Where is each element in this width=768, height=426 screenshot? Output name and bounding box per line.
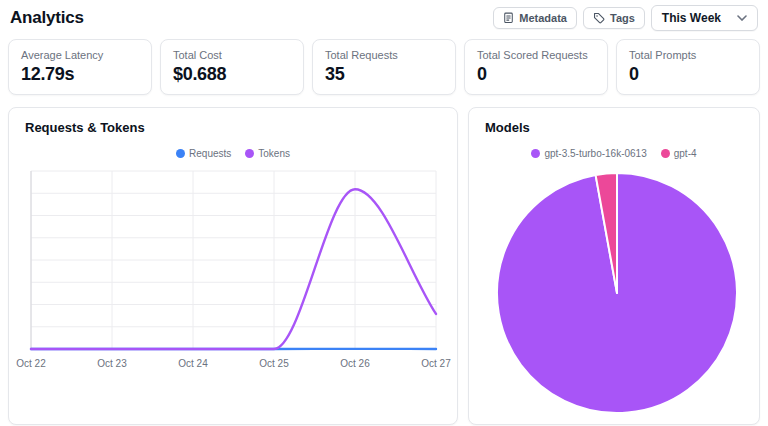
page-title: Analytics — [10, 8, 84, 28]
legend-dot — [661, 149, 670, 158]
x-axis-tick-label: Oct 24 — [178, 358, 208, 369]
requests-tokens-panel: Requests & Tokens RequestsTokens Oct 22O… — [8, 107, 458, 425]
stat-value: 12.79s — [21, 64, 139, 85]
x-axis-tick-label: Oct 27 — [421, 358, 451, 369]
legend-dot — [176, 149, 185, 158]
charts-row: Requests & Tokens RequestsTokens Oct 22O… — [8, 107, 760, 425]
tag-icon — [593, 12, 605, 24]
models-pie-chart — [479, 165, 749, 417]
time-range-value: This Week — [662, 11, 721, 25]
page-header: Analytics Metadata Tags — [10, 5, 758, 31]
models-panel: Models gpt-3.5-turbo-16k-0613gpt-4 — [468, 107, 760, 425]
stat-label: Total Scored Requests — [477, 49, 595, 61]
stats-row: Average Latency 12.79s Total Cost $0.688… — [8, 39, 760, 95]
legend-item: Requests — [176, 148, 231, 159]
legend-item: gpt-3.5-turbo-16k-0613 — [531, 148, 646, 159]
stat-label: Total Cost — [173, 49, 291, 61]
metadata-button-label: Metadata — [519, 12, 567, 24]
stat-card-total-requests: Total Requests 35 — [312, 39, 456, 95]
stat-value: 0 — [477, 64, 595, 85]
x-axis-tick-label: Oct 26 — [340, 358, 370, 369]
x-axis-tick-label: Oct 25 — [259, 358, 289, 369]
legend-dot — [245, 149, 254, 158]
stat-card-total-prompts: Total Prompts 0 — [616, 39, 760, 95]
stat-label: Total Prompts — [629, 49, 747, 61]
chevron-down-icon — [737, 15, 747, 21]
time-range-select[interactable]: This Week — [651, 5, 758, 31]
stat-value: 0 — [629, 64, 747, 85]
stat-card-total-scored-requests: Total Scored Requests 0 — [464, 39, 608, 95]
tags-button[interactable]: Tags — [583, 7, 645, 29]
analytics-page: Analytics Metadata Tags — [0, 0, 768, 426]
stat-label: Average Latency — [21, 49, 139, 61]
stat-value: $0.688 — [173, 64, 291, 85]
panel-title: Requests & Tokens — [25, 120, 447, 135]
stat-card-average-latency: Average Latency 12.79s — [8, 39, 152, 95]
document-icon — [503, 12, 514, 24]
tags-button-label: Tags — [610, 12, 635, 24]
metadata-button[interactable]: Metadata — [493, 7, 577, 29]
x-axis-tick-label: Oct 23 — [97, 358, 127, 369]
requests-tokens-chart: Oct 22Oct 23Oct 24Oct 25Oct 26Oct 27 — [19, 165, 447, 377]
legend-item: Tokens — [245, 148, 290, 159]
line-chart-legend: RequestsTokens — [19, 145, 447, 161]
pie-chart-legend: gpt-3.5-turbo-16k-0613gpt-4 — [479, 145, 749, 161]
x-axis-tick-label: Oct 22 — [16, 358, 46, 369]
stat-value: 35 — [325, 64, 443, 85]
header-actions: Metadata Tags This Week — [493, 5, 758, 31]
legend-item: gpt-4 — [661, 148, 697, 159]
legend-dot — [531, 149, 540, 158]
stat-label: Total Requests — [325, 49, 443, 61]
stat-card-total-cost: Total Cost $0.688 — [160, 39, 304, 95]
panel-title: Models — [485, 120, 749, 135]
series-line-tokens — [31, 189, 436, 349]
